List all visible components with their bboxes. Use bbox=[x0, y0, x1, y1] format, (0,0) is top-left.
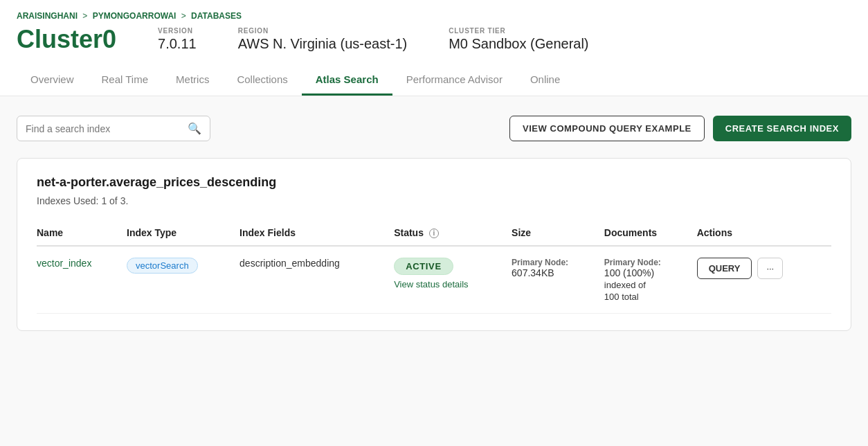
col-actions: Actions bbox=[697, 220, 831, 246]
status-badge: ACTIVE bbox=[394, 258, 453, 275]
search-input[interactable] bbox=[26, 123, 188, 134]
row-index-fields: description_embedding bbox=[239, 246, 394, 314]
cluster-meta: VERSION 7.0.11 REGION AWS N. Virginia (u… bbox=[158, 27, 588, 52]
tab-performance-advisor[interactable]: Performance Advisor bbox=[392, 65, 516, 96]
tab-collections[interactable]: Collections bbox=[223, 65, 301, 96]
docs-total: 100 total bbox=[604, 292, 689, 302]
actions-cell: QUERY ··· bbox=[697, 258, 823, 279]
tier-value: M0 Sandbox (General) bbox=[449, 36, 588, 52]
meta-version: VERSION 7.0.11 bbox=[158, 27, 197, 52]
row-name: vector_index bbox=[37, 246, 127, 314]
indexes-used: Indexes Used: 1 of 3. bbox=[37, 195, 831, 206]
query-button[interactable]: QUERY bbox=[697, 258, 752, 279]
collection-name: net-a-porter.average_prices_descending bbox=[37, 175, 831, 190]
row-size: Primary Node: 607.34KB bbox=[512, 246, 604, 314]
row-documents: Primary Node: 100 (100%) indexed of 100 … bbox=[604, 246, 697, 314]
col-size: Size bbox=[512, 220, 604, 246]
top-bar: ARAISINGHANI > PYMONGOARROWAI > DATABASE… bbox=[0, 0, 868, 96]
tab-metrics[interactable]: Metrics bbox=[162, 65, 223, 96]
breadcrumb-sep1: > bbox=[82, 11, 87, 21]
view-compound-button[interactable]: VIEW COMPOUND QUERY EXAMPLE bbox=[509, 116, 705, 141]
col-name: Name bbox=[37, 220, 127, 246]
meta-region: REGION AWS N. Virginia (us-east-1) bbox=[238, 27, 408, 52]
size-value: 607.34KB bbox=[512, 267, 596, 278]
status-info-icon: i bbox=[429, 229, 439, 238]
tab-realtime[interactable]: Real Time bbox=[88, 65, 163, 96]
toolbar-buttons: VIEW COMPOUND QUERY EXAMPLE CREATE SEARC… bbox=[509, 116, 851, 141]
index-card: net-a-porter.average_prices_descending I… bbox=[17, 158, 851, 331]
breadcrumb-sep2: > bbox=[181, 11, 186, 21]
row-status: ACTIVE View status details bbox=[394, 246, 512, 314]
col-status: Status i bbox=[394, 220, 512, 246]
region-label: REGION bbox=[238, 27, 408, 35]
row-index-type: vectorSearch bbox=[127, 246, 239, 314]
breadcrumb-part1[interactable]: ARAISINGHANI bbox=[17, 11, 78, 21]
col-index-type: Index Type bbox=[127, 220, 239, 246]
tab-atlas-search[interactable]: Atlas Search bbox=[302, 65, 392, 96]
main-content: 🔍 VIEW COMPOUND QUERY EXAMPLE CREATE SEA… bbox=[0, 96, 868, 443]
tab-online[interactable]: Online bbox=[516, 65, 574, 96]
region-value: AWS N. Virginia (us-east-1) bbox=[238, 36, 408, 52]
row-actions: QUERY ··· bbox=[697, 246, 831, 314]
cluster-name: Cluster0 bbox=[17, 25, 116, 54]
version-label: VERSION bbox=[158, 27, 197, 35]
breadcrumb-part3[interactable]: DATABASES bbox=[191, 11, 242, 21]
search-icon: 🔍 bbox=[188, 122, 201, 135]
meta-tier: CLUSTER TIER M0 Sandbox (General) bbox=[449, 27, 588, 52]
more-button[interactable]: ··· bbox=[757, 258, 783, 279]
index-type-badge: vectorSearch bbox=[127, 258, 198, 274]
create-search-index-button[interactable]: CREATE SEARCH INDEX bbox=[713, 116, 851, 141]
col-documents: Documents bbox=[604, 220, 697, 246]
cluster-header: Cluster0 VERSION 7.0.11 REGION AWS N. Vi… bbox=[17, 25, 851, 65]
tier-label: CLUSTER TIER bbox=[449, 27, 588, 35]
indexes-table: Name Index Type Index Fields Status i Si… bbox=[37, 220, 831, 314]
docs-detail: indexed of bbox=[604, 280, 689, 290]
version-value: 7.0.11 bbox=[158, 36, 197, 52]
tabs-nav: Overview Real Time Metrics Collections A… bbox=[17, 65, 851, 96]
docs-label: Primary Node: bbox=[604, 258, 689, 267]
index-name-link[interactable]: vector_index bbox=[37, 258, 91, 269]
docs-value: 100 (100%) bbox=[604, 267, 689, 278]
table-row: vector_index vectorSearch description_em… bbox=[37, 246, 831, 314]
breadcrumb: ARAISINGHANI > PYMONGOARROWAI > DATABASE… bbox=[17, 11, 851, 21]
col-index-fields: Index Fields bbox=[239, 220, 394, 246]
search-box: 🔍 bbox=[17, 116, 210, 141]
toolbar: 🔍 VIEW COMPOUND QUERY EXAMPLE CREATE SEA… bbox=[17, 116, 851, 141]
view-status-link[interactable]: View status details bbox=[394, 279, 503, 289]
breadcrumb-part2[interactable]: PYMONGOARROWAI bbox=[93, 11, 177, 21]
size-label: Primary Node: bbox=[512, 258, 596, 267]
tab-overview[interactable]: Overview bbox=[17, 65, 88, 96]
